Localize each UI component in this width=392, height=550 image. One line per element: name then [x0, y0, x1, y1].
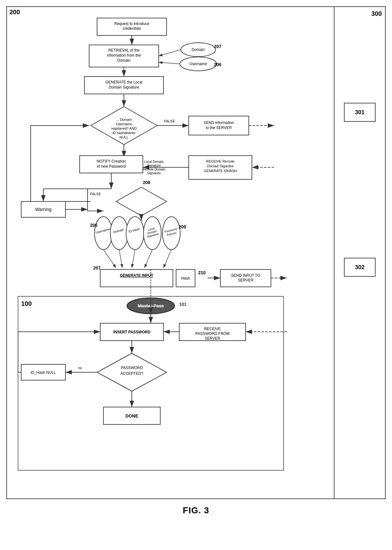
- fig-label: FIG. 3: [183, 505, 209, 516]
- svg-text:207: 207: [93, 265, 101, 270]
- svg-text:INSERT PASSWORD: INSERT PASSWORD: [113, 330, 150, 334]
- flowchart-svg: Request to introduce credentials RETRIEV…: [12, 12, 322, 492]
- svg-rect-80: [100, 269, 173, 287]
- svg-text:FALSE: FALSE: [90, 192, 101, 196]
- svg-text:DONE: DONE: [126, 413, 138, 418]
- svg-text:PASSWORD: PASSWORD: [121, 366, 143, 370]
- svg-text:100: 100: [21, 300, 32, 307]
- svg-text:no: no: [78, 366, 82, 370]
- left-corner-label: 200: [9, 9, 20, 16]
- svg-text:iD hashdistinto: iD hashdistinto: [113, 131, 135, 135]
- svg-text:iD_Hash NULL: iD_Hash NULL: [31, 370, 56, 375]
- svg-text:Hash: Hash: [181, 276, 190, 281]
- svg-text:credentials: credentials: [123, 26, 141, 31]
- svg-text:Request to introduce: Request to introduce: [114, 22, 150, 26]
- svg-text:... Domain: ... Domain: [116, 118, 132, 121]
- right-panel: 300 301 302: [334, 7, 385, 498]
- right-corner-label: 300: [371, 10, 382, 17]
- svg-line-75: [119, 250, 122, 268]
- right-box-302-container: 302: [344, 251, 376, 283]
- svg-text:GENERATE the Local: GENERATE the Local: [105, 80, 142, 84]
- svg-text:Remote Domain: Remote Domain: [143, 168, 165, 171]
- svg-text:RETRIEVAL of the: RETRIEVAL of the: [108, 48, 140, 53]
- page-container: 200 Request to introduce credentials: [6, 6, 386, 516]
- svg-text:Warning: Warning: [35, 207, 52, 212]
- svg-text:208: 208: [143, 180, 150, 185]
- left-panel: 200 Request to introduce credentials: [7, 7, 334, 498]
- svg-text:RECEIVE Remote: RECEIVE Remote: [206, 159, 235, 163]
- svg-text:Domain: Domain: [192, 47, 205, 52]
- svg-text:information from the: information from the: [107, 53, 141, 58]
- svg-text:NOTIFY Creation: NOTIFY Creation: [97, 159, 126, 164]
- svg-text:209: 209: [179, 224, 186, 229]
- svg-marker-58: [116, 187, 167, 216]
- svg-text:210: 210: [198, 270, 206, 275]
- svg-text:Domain Sigantire: Domain Sigantire: [207, 164, 234, 168]
- svg-text:Signature: Signature: [147, 164, 161, 167]
- svg-line-76: [132, 250, 135, 268]
- svg-text:PASSWORD FROM: PASSWORD FROM: [195, 331, 230, 336]
- svg-text:Username: Username: [116, 122, 132, 126]
- svg-line-74: [103, 250, 116, 268]
- svg-line-14: [159, 50, 181, 56]
- svg-text:FALSE: FALSE: [164, 119, 175, 123]
- svg-line-15: [159, 62, 180, 64]
- right-box-301: 301: [344, 103, 376, 122]
- diagram-area: 200 Request to introduce credentials: [6, 6, 386, 499]
- svg-text:to the SERVER: to the SERVER: [206, 126, 232, 130]
- svg-point-61: [110, 217, 128, 250]
- svg-text:RECEIVE: RECEIVE: [204, 327, 221, 331]
- svg-text:SERVER: SERVER: [238, 278, 253, 282]
- right-box-302: 302: [344, 258, 376, 277]
- svg-text:Signature: Signature: [147, 171, 161, 175]
- svg-line-77: [144, 250, 152, 268]
- svg-text:Domain Signature: Domain Signature: [109, 85, 139, 90]
- svg-text:NULL: NULL: [119, 135, 128, 139]
- svg-text:of new Password: of new Password: [97, 164, 126, 169]
- svg-text:Domain: Domain: [117, 58, 130, 63]
- svg-text:101: 101: [179, 302, 187, 307]
- svg-text:Username: Username: [189, 62, 207, 66]
- svg-text:SERVER: SERVER: [205, 336, 220, 341]
- svg-text:GENERATE IDHASH: GENERATE IDHASH: [204, 169, 237, 173]
- svg-text:206: 206: [90, 223, 98, 228]
- svg-text:Local Domain: Local Domain: [144, 160, 163, 164]
- svg-text:206: 206: [214, 62, 222, 67]
- right-box-301-container: 301: [344, 96, 376, 128]
- svg-text:SEND information: SEND information: [204, 121, 234, 125]
- svg-text:GENERATE INPUT: GENERATE INPUT: [120, 273, 153, 278]
- svg-text:207: 207: [214, 44, 222, 49]
- svg-text:registered? AND: registered? AND: [111, 127, 137, 130]
- svg-line-78: [163, 250, 171, 268]
- svg-text:SEND INPUT TO: SEND INPUT TO: [231, 273, 260, 278]
- svg-text:ACCEPTED?: ACCEPTED?: [120, 371, 143, 376]
